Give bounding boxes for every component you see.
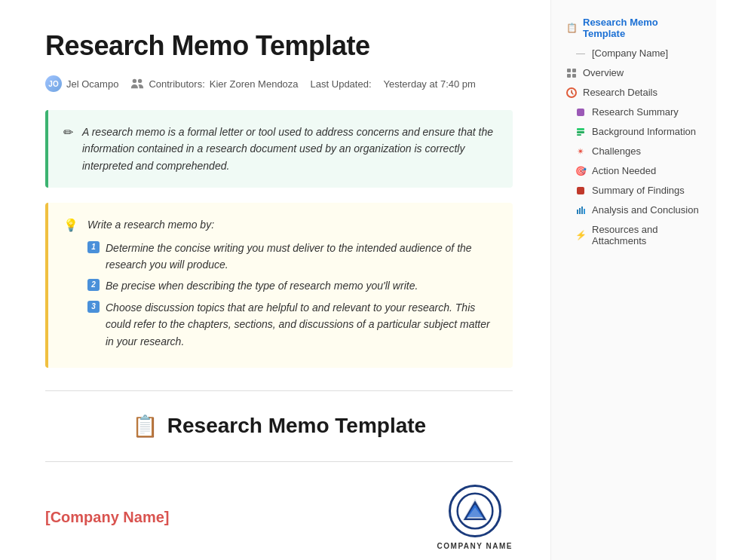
author-name: Jel Ocampo bbox=[66, 78, 118, 90]
contributors-section: Contributors: Kier Zoren Mendoza bbox=[130, 77, 298, 90]
sidebar-label-resources-attachments: Resources and Attachments bbox=[592, 224, 701, 246]
logo-text: COMPANY NAME bbox=[437, 542, 513, 550]
svg-rect-16 bbox=[581, 207, 583, 214]
svg-rect-10 bbox=[577, 128, 584, 130]
doc-header: 📋 Research Memo Template bbox=[45, 414, 513, 439]
page-title: Research Memo Template bbox=[45, 30, 513, 62]
yellow-doc-icon: 📋 bbox=[566, 23, 577, 33]
sidebar-label-challenges: Challenges bbox=[592, 145, 641, 157]
sidebar-item-summary-findings[interactable]: Summary of Findings bbox=[554, 181, 713, 200]
sidebar-item-background-info[interactable]: Background Information bbox=[554, 122, 713, 141]
avatar: JO bbox=[45, 75, 62, 92]
sidebar: 📋 Research Memo Template — [Company Name… bbox=[550, 0, 716, 560]
doc-company-row: [Company Name] COMPANY NAME bbox=[45, 477, 513, 558]
logo-circle bbox=[449, 485, 501, 537]
sidebar-item-challenges[interactable]: ✴ Challenges bbox=[554, 142, 713, 161]
svg-rect-6 bbox=[567, 74, 571, 78]
sidebar-label-company-name: [Company Name] bbox=[592, 47, 668, 59]
background-icon bbox=[575, 127, 586, 137]
svg-rect-5 bbox=[572, 69, 576, 72]
doc-title-emoji: 📋 bbox=[132, 414, 158, 439]
research-icon bbox=[566, 87, 577, 98]
company-name-text: [Company Name] bbox=[45, 509, 169, 526]
svg-rect-4 bbox=[567, 69, 571, 72]
sidebar-item-resources-attachments[interactable]: ⚡ Resources and Attachments bbox=[554, 220, 713, 250]
instruction-step-3: 3 Choose discussion topics that are help… bbox=[87, 299, 498, 350]
svg-rect-11 bbox=[577, 131, 584, 133]
last-updated-label: Last Updated: bbox=[311, 78, 372, 90]
sidebar-item-action-needed[interactable]: 🎯 Action Needed bbox=[554, 161, 713, 180]
findings-icon bbox=[575, 185, 586, 196]
author-section: JO Jel Ocampo bbox=[45, 75, 118, 92]
analysis-icon bbox=[575, 205, 586, 216]
doc-divider bbox=[45, 461, 513, 462]
sidebar-item-research-details[interactable]: Research Details bbox=[554, 83, 713, 102]
challenges-icon: ✴ bbox=[575, 146, 586, 157]
step-2-text: Be precise when describing the type of r… bbox=[106, 277, 418, 294]
sidebar-label-memo-template: Research Memo Template bbox=[583, 17, 701, 39]
sidebar-label-analysis-conclusion: Analysis and Conclusion bbox=[592, 204, 699, 216]
sidebar-label-action-needed: Action Needed bbox=[592, 165, 656, 176]
instruction-box: 💡 Write a research memo by: 1 Determine … bbox=[45, 203, 513, 368]
svg-rect-9 bbox=[577, 109, 584, 116]
sidebar-label-overview: Overview bbox=[583, 67, 624, 78]
main-content: Research Memo Template JO Jel Ocampo Con… bbox=[0, 0, 550, 560]
step-badge-1: 1 bbox=[87, 241, 100, 253]
info-box-text: A research memo is a formal letter or to… bbox=[82, 124, 498, 174]
svg-rect-13 bbox=[577, 187, 584, 194]
sidebar-item-analysis-conclusion[interactable]: Analysis and Conclusion bbox=[554, 200, 713, 219]
instruction-title: Write a research memo by: bbox=[87, 216, 498, 233]
svg-rect-15 bbox=[579, 208, 581, 214]
svg-rect-7 bbox=[572, 74, 576, 78]
svg-rect-17 bbox=[584, 209, 585, 214]
info-box-icon: ✏ bbox=[63, 125, 73, 139]
step-1-text: Determine the concise writing you must d… bbox=[106, 240, 498, 274]
document-section: 📋 Research Memo Template [Company Name] bbox=[45, 390, 513, 560]
sidebar-item-research-summary[interactable]: Research Summary bbox=[554, 103, 713, 121]
contributors-icon bbox=[130, 77, 144, 90]
logo-svg bbox=[456, 492, 494, 530]
resources-icon: ⚡ bbox=[575, 230, 586, 240]
overview-icon bbox=[566, 68, 577, 78]
doc-title-text: Research Memo Template bbox=[167, 414, 426, 438]
last-updated-value: Yesterday at 7:40 pm bbox=[384, 78, 476, 90]
action-icon: 🎯 bbox=[575, 166, 586, 176]
instruction-box-icon: 💡 bbox=[63, 218, 78, 232]
sidebar-item-memo-template[interactable]: 📋 Research Memo Template bbox=[554, 13, 713, 43]
meta-bar: JO Jel Ocampo Contributors: Kier Zoren M… bbox=[45, 75, 513, 92]
sidebar-label-background-info: Background Information bbox=[592, 126, 696, 137]
step-3-text: Choose discussion topics that are helpfu… bbox=[106, 299, 498, 350]
sidebar-label-research-details: Research Details bbox=[583, 87, 657, 98]
info-box: ✏ A research memo is a formal letter or … bbox=[45, 110, 513, 188]
contributors-names: Kier Zoren Mendoza bbox=[210, 78, 299, 90]
summary-icon bbox=[575, 107, 586, 118]
company-icon: — bbox=[575, 48, 586, 59]
instruction-step-1: 1 Determine the concise writing you must… bbox=[87, 240, 498, 274]
sidebar-label-research-summary: Research Summary bbox=[592, 106, 679, 118]
svg-rect-12 bbox=[577, 134, 581, 136]
contributors-label: Contributors: bbox=[149, 78, 204, 90]
instruction-step-2: 2 Be precise when describing the type of… bbox=[87, 277, 498, 294]
step-badge-2: 2 bbox=[87, 279, 100, 291]
company-logo: COMPANY NAME bbox=[437, 485, 513, 550]
svg-rect-14 bbox=[577, 210, 578, 214]
sidebar-item-overview[interactable]: Overview bbox=[554, 63, 713, 82]
sidebar-item-company-name[interactable]: — [Company Name] bbox=[554, 44, 713, 63]
step-badge-3: 3 bbox=[87, 301, 100, 313]
instruction-content: Write a research memo by: 1 Determine th… bbox=[87, 216, 498, 354]
doc-title: 📋 Research Memo Template bbox=[45, 414, 513, 439]
sidebar-label-summary-findings: Summary of Findings bbox=[592, 185, 685, 196]
